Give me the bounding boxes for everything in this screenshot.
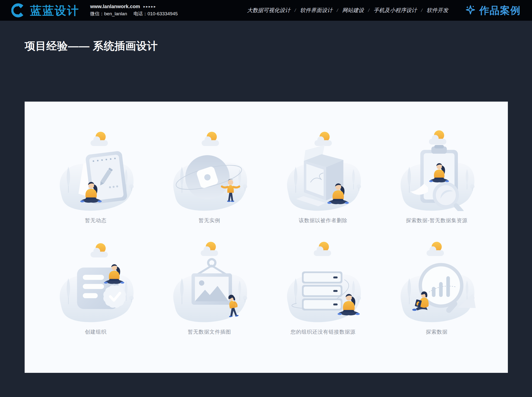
illustration-cell-magnifier-chart: 探索数据	[380, 236, 494, 335]
illustration-caption: 探索数据-暂无数据集资源	[406, 217, 467, 224]
site-header: 蓝蓝设计 www.lanlanwork.com ▸▸▸▸▸ 微信： ben_la…	[0, 0, 532, 21]
picture-frame-illustration	[167, 236, 251, 323]
magnifier-chart-illustration	[395, 236, 479, 323]
portfolio-link[interactable]: 作品案例	[464, 4, 521, 17]
empty-open-box-illustration	[281, 124, 365, 211]
illustration-caption: 探索数据	[426, 328, 448, 335]
server-stack-illustration	[281, 236, 365, 323]
illustration-caption: 该数据以被作者删除	[299, 217, 348, 224]
notepad-pencil-illustration	[54, 124, 138, 211]
checklist-badge-illustration	[54, 236, 138, 323]
nav-item-1[interactable]: 大数据可视化设计	[247, 7, 290, 14]
illustration-cell-compass-disc: 暂无实例	[153, 124, 266, 224]
illustration-caption: 暂无数据文件插图	[188, 328, 231, 335]
nav-separator: /	[421, 8, 422, 13]
illustration-caption: 您的组织还没有链接数据源	[291, 328, 356, 335]
nav-item-3[interactable]: 网站建设	[342, 7, 364, 14]
illustration-cell-checklist-badge: 创建组织	[39, 236, 153, 335]
nav-item-5[interactable]: 软件开发	[427, 7, 448, 14]
illustration-cell-clipboard-magnifier: 探索数据-暂无数据集资源	[380, 124, 494, 224]
arrows-decoration: ▸▸▸▸▸	[144, 5, 157, 8]
compass-disc-illustration	[167, 124, 251, 211]
illustration-cell-empty-open-box: 该数据以被作者删除	[266, 124, 380, 224]
illustration-card-panel: 暂无动态 暂无实例 该数据以被作者删除	[25, 102, 508, 373]
portfolio-label: 作品案例	[479, 4, 521, 17]
sparkle-star-icon	[464, 4, 476, 17]
main-nav: 大数据可视化设计/软件界面设计/网站建设/手机及小程序设计/软件开发	[247, 7, 448, 14]
wechat-label: 微信：	[90, 11, 104, 17]
gallery-grid: 暂无动态 暂无实例 该数据以被作者删除	[25, 102, 508, 335]
website-link[interactable]: www.lanlanwork.com	[90, 4, 140, 9]
illustration-cell-picture-frame: 暂无数据文件插图	[153, 236, 266, 335]
nav-item-2[interactable]: 软件界面设计	[300, 7, 332, 14]
nav-separator: /	[295, 8, 296, 13]
phone-label: 电话：	[133, 11, 148, 17]
page-title: 项目经验—— 系统插画设计	[25, 39, 158, 53]
illustration-cell-notepad-pencil: 暂无动态	[39, 124, 153, 224]
brand[interactable]: 蓝蓝设计	[11, 3, 79, 18]
nav-item-4[interactable]: 手机及小程序设计	[374, 7, 417, 14]
illustration-caption: 创建组织	[85, 328, 107, 335]
nav-separator: /	[337, 8, 338, 13]
illustration-cell-server-stack: 您的组织还没有链接数据源	[266, 236, 380, 335]
contact-block: www.lanlanwork.com ▸▸▸▸▸ 微信： ben_lanlan …	[90, 4, 178, 17]
phone-value: 010-63334945	[148, 11, 178, 17]
lanlan-logo-icon	[11, 3, 26, 18]
wechat-value: ben_lanlan	[104, 11, 127, 17]
brand-name: 蓝蓝设计	[30, 5, 79, 16]
clipboard-magnifier-illustration	[395, 124, 479, 211]
illustration-caption: 暂无实例	[199, 217, 220, 224]
illustration-caption: 暂无动态	[85, 217, 107, 224]
nav-separator: /	[368, 8, 369, 13]
